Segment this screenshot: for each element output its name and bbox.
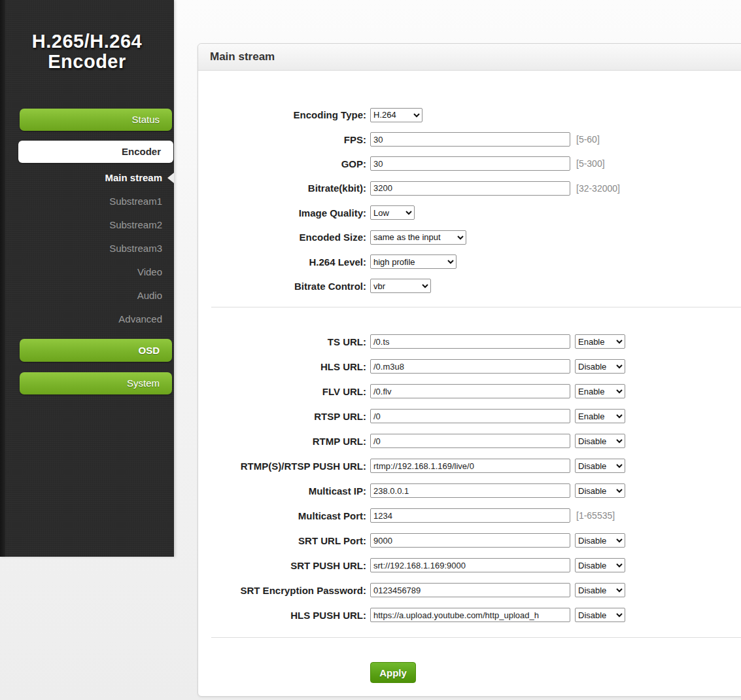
hls-push-url-state-select[interactable]: Disable: [575, 608, 625, 622]
rtmp-push-url-input[interactable]: [370, 459, 570, 473]
section-divider: [211, 307, 741, 307]
sidebar-item-main-stream[interactable]: Main stream: [0, 166, 174, 190]
sidebar-item-status[interactable]: Status: [20, 109, 172, 131]
ts-url-row: TS URL: Enable: [198, 329, 741, 354]
rtmp-push-url-label: RTMP(S)/RTSP PUSH URL:: [198, 461, 370, 472]
encoding-settings-block: Encoding Type: H.264 FPS: [5-60] GOP: [5…: [198, 71, 741, 298]
sidebar-item-substream2[interactable]: Substream2: [0, 213, 174, 237]
apply-row: Apply: [198, 662, 741, 683]
multicast-port-range-hint: [1-65535]: [576, 510, 615, 521]
substream3-label: Substream3: [109, 243, 162, 254]
audio-label: Audio: [137, 290, 162, 301]
h264-level-row: H.264 Level: high profile: [198, 249, 741, 273]
rtmp-url-state-select[interactable]: Disable: [575, 434, 625, 448]
url-settings-block: TS URL: Enable HLS URL: Disable FLV URL:…: [198, 329, 741, 627]
srt-encryption-password-input[interactable]: [370, 583, 570, 597]
sidebar: H.265/H.264 Encoder Status Encoder Main …: [0, 0, 174, 557]
srt-push-url-input[interactable]: [370, 558, 570, 572]
status-label: Status: [131, 114, 160, 125]
flv-url-state-select[interactable]: Enable: [575, 384, 625, 398]
encoded-size-select[interactable]: same as the input: [370, 230, 466, 245]
encoded-size-label: Encoded Size:: [198, 232, 370, 243]
bitrate-input[interactable]: [370, 181, 570, 196]
app-logo: H.265/H.264 Encoder: [5, 31, 169, 72]
sidebar-item-osd[interactable]: OSD: [20, 339, 172, 362]
rtsp-url-row: RTSP URL: Enable: [198, 404, 741, 429]
osd-label: OSD: [138, 345, 160, 356]
srt-push-url-row: SRT PUSH URL: Disable: [198, 553, 741, 578]
multicast-ip-label: Multicast IP:: [198, 485, 370, 497]
encoding-type-row: Encoding Type: H.264: [198, 103, 741, 127]
fps-range-hint: [5-60]: [576, 134, 600, 145]
rtsp-url-input[interactable]: [370, 409, 570, 423]
multicast-ip-state-select[interactable]: Disable: [575, 483, 625, 498]
hls-url-state-select[interactable]: Disable: [575, 359, 625, 374]
video-label: Video: [137, 266, 162, 277]
ts-url-state-select[interactable]: Enable: [575, 334, 625, 349]
sidebar-item-encoder[interactable]: Encoder: [18, 141, 173, 163]
rtmp-push-url-row: RTMP(S)/RTSP PUSH URL: Disable: [198, 453, 741, 478]
srt-encryption-password-row: SRT Encryption Password: Disable: [198, 578, 741, 603]
multicast-port-input[interactable]: [370, 508, 570, 523]
rtmp-url-input[interactable]: [370, 434, 570, 448]
fps-label: FPS:: [198, 134, 370, 145]
sidebar-item-substream3[interactable]: Substream3: [0, 237, 174, 260]
panel-header: Main stream: [198, 44, 741, 71]
logo-line2: Encoder: [5, 52, 169, 72]
encoder-submenu: Main stream Substream1 Substream2 Substr…: [0, 166, 174, 331]
hls-push-url-row: HLS PUSH URL: Disable: [198, 603, 741, 627]
h264-level-select[interactable]: high profile: [370, 254, 457, 269]
hls-push-url-input[interactable]: [370, 608, 570, 622]
advanced-label: Advanced: [118, 313, 162, 324]
rtsp-url-label: RTSP URL:: [198, 411, 370, 422]
hls-url-label: HLS URL:: [198, 361, 370, 372]
fps-row: FPS: [5-60]: [198, 127, 741, 151]
gop-row: GOP: [5-300]: [198, 152, 741, 176]
sidebar-item-video[interactable]: Video: [0, 260, 174, 284]
rtsp-url-state-select[interactable]: Enable: [575, 409, 625, 423]
bitrate-label: Bitrate(kbit):: [198, 183, 370, 194]
apply-button[interactable]: Apply: [370, 662, 416, 683]
image-quality-row: Image Quality: Low: [198, 201, 741, 225]
multicast-port-row: Multicast Port: [1-65535]: [198, 503, 741, 528]
rtmp-push-url-state-select[interactable]: Disable: [575, 459, 625, 473]
main-stream-label: Main stream: [105, 172, 162, 183]
gop-input[interactable]: [370, 156, 570, 171]
srt-url-port-label: SRT URL Port:: [198, 535, 370, 546]
image-quality-select[interactable]: Low: [370, 205, 415, 220]
bitrate-row: Bitrate(kbit): [32-32000]: [198, 176, 741, 200]
substream2-label: Substream2: [109, 219, 162, 230]
srt-url-port-input[interactable]: [370, 533, 570, 548]
encoding-type-label: Encoding Type:: [198, 109, 370, 120]
flv-url-input[interactable]: [370, 384, 570, 398]
srt-url-port-state-select[interactable]: Disable: [575, 533, 625, 548]
ts-url-input[interactable]: [370, 334, 570, 349]
srt-push-url-label: SRT PUSH URL:: [198, 560, 370, 571]
sidebar-item-substream1[interactable]: Substream1: [0, 190, 174, 213]
bitrate-control-label: Bitrate Control:: [198, 281, 370, 292]
fps-input[interactable]: [370, 132, 570, 147]
sidebar-item-system[interactable]: System: [20, 372, 172, 394]
srt-encryption-password-label: SRT Encryption Password:: [198, 585, 370, 596]
hls-url-input[interactable]: [370, 359, 570, 374]
page-title: Main stream: [210, 50, 275, 63]
hls-url-row: HLS URL: Disable: [198, 354, 741, 379]
encoding-type-select[interactable]: H.264: [370, 108, 422, 122]
main-stream-panel: Main stream Encoding Type: H.264 FPS: [5…: [198, 43, 741, 697]
srt-encryption-password-state-select[interactable]: Disable: [575, 583, 625, 597]
multicast-port-label: Multicast Port:: [198, 510, 370, 521]
gop-range-hint: [5-300]: [576, 158, 605, 169]
image-quality-label: Image Quality:: [198, 207, 370, 219]
sidebar-item-advanced[interactable]: Advanced: [0, 307, 174, 331]
active-item-arrow-icon: [167, 173, 174, 183]
srt-url-port-row: SRT URL Port: Disable: [198, 528, 741, 553]
bitrate-control-select[interactable]: vbr: [370, 279, 431, 293]
gop-label: GOP:: [198, 158, 370, 169]
multicast-ip-input[interactable]: [370, 483, 570, 498]
logo-line1: H.265/H.264: [5, 31, 169, 52]
flv-url-row: FLV URL: Enable: [198, 379, 741, 404]
h264-level-label: H.264 Level:: [198, 256, 370, 268]
rtmp-url-row: RTMP URL: Disable: [198, 429, 741, 453]
srt-push-url-state-select[interactable]: Disable: [575, 558, 625, 572]
sidebar-item-audio[interactable]: Audio: [0, 284, 174, 307]
